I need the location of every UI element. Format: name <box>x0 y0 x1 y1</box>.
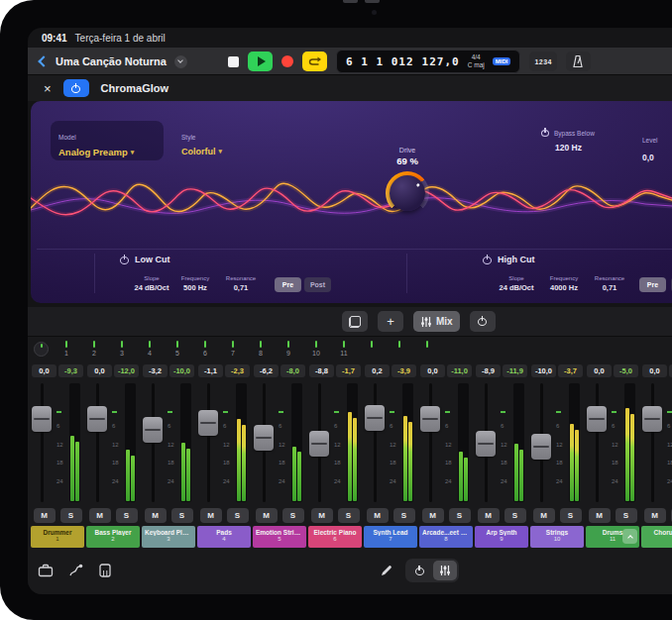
mute-button[interactable]: M <box>422 508 444 523</box>
volume-display[interactable]: 0,0 <box>32 364 56 377</box>
peak-display[interactable]: -3,7 <box>558 364 583 377</box>
fader-track[interactable] <box>651 383 654 502</box>
peak-display[interactable]: -11,9 <box>503 364 527 377</box>
keyboard-button[interactable] <box>95 561 115 580</box>
peak-display[interactable]: -11,0 <box>447 364 472 377</box>
mute-button[interactable]: M <box>589 508 611 523</box>
bypass-below-control[interactable]: Bypass Below 120 Hz <box>541 129 595 153</box>
high-cut-pre-button[interactable]: Pre <box>639 277 666 292</box>
low-cut-power[interactable] <box>120 256 129 264</box>
fader-cap[interactable] <box>309 431 329 457</box>
solo-button[interactable]: S <box>171 508 193 523</box>
mute-button[interactable]: M <box>200 508 222 523</box>
track-label[interactable]: Keyboard Player3 <box>142 526 195 548</box>
fader-cap[interactable] <box>642 406 662 432</box>
track-label[interactable]: Pads4 <box>197 526 251 548</box>
mute-button[interactable]: M <box>644 508 666 523</box>
lcd-display[interactable]: 6 1 1 012 127,0 4/4 C maj MIDI <box>336 50 520 73</box>
fader-cap[interactable] <box>476 431 496 457</box>
volume-display[interactable]: 0,0 <box>420 364 445 377</box>
edit-button[interactable] <box>377 561 396 580</box>
volume-display[interactable]: 0,2 <box>365 364 390 377</box>
fader-cap[interactable] <box>420 406 440 432</box>
drive-knob[interactable] <box>386 171 429 215</box>
volume-display[interactable]: 0,0 <box>87 364 112 377</box>
volume-display[interactable]: -6,2 <box>254 364 279 377</box>
fader-track[interactable] <box>96 383 99 502</box>
track-label[interactable]: Bass Player2 <box>86 526 140 548</box>
close-plugin-button[interactable]: × <box>44 82 52 95</box>
mix-button[interactable]: Mix <box>413 311 460 332</box>
volume-display[interactable]: 0,0 <box>587 364 612 377</box>
low-cut-pre-button[interactable]: Pre <box>275 277 301 292</box>
peak-display[interactable]: -3,9 <box>392 364 416 377</box>
record-button[interactable] <box>281 55 293 67</box>
power-icon[interactable] <box>541 129 549 137</box>
volume-display[interactable]: -8,9 <box>476 364 501 377</box>
mute-button[interactable]: M <box>145 508 167 523</box>
pan-knob[interactable] <box>34 342 49 357</box>
high-cut-slope[interactable]: Slope24 dB/Oct <box>491 275 542 292</box>
fader-cap[interactable] <box>87 406 107 432</box>
track-label[interactable]: Arcade...eet Pad8 <box>419 526 473 548</box>
peak-display[interactable]: -8,0 <box>280 364 305 377</box>
cycle-button[interactable] <box>302 52 327 71</box>
fader-track[interactable] <box>429 383 432 502</box>
low-cut-post-button[interactable]: Post <box>304 277 331 292</box>
metronome-button[interactable] <box>566 52 591 71</box>
fader-cap[interactable] <box>32 406 52 432</box>
fader-cap[interactable] <box>143 417 163 443</box>
solo-button[interactable]: S <box>560 508 582 523</box>
low-cut-frequency[interactable]: Frequency500 Hz <box>171 275 219 292</box>
fader-cap[interactable] <box>198 410 218 436</box>
fader-cap[interactable] <box>365 405 385 431</box>
track-label[interactable]: Strings10 <box>530 526 584 548</box>
solo-button[interactable]: S <box>60 508 82 523</box>
solo-button[interactable]: S <box>338 508 360 523</box>
volume-display[interactable]: -8,8 <box>309 364 334 377</box>
solo-button[interactable]: S <box>616 508 637 523</box>
mute-button[interactable]: M <box>256 508 278 523</box>
mute-button[interactable]: M <box>34 508 56 523</box>
style-selector[interactable]: Style Colorful▾ <box>173 121 245 160</box>
solo-button[interactable]: S <box>393 508 415 523</box>
peak-display[interactable]: -1,7 <box>336 364 361 377</box>
fader-cap[interactable] <box>254 425 274 451</box>
fader-track[interactable] <box>41 383 44 502</box>
peak-display[interactable]: -9,3 <box>58 364 83 377</box>
browser-button[interactable] <box>36 561 56 580</box>
model-selector[interactable]: Model Analog Preamp▾ <box>51 121 164 160</box>
low-cut-resonance[interactable]: Resonance0,71 <box>219 275 263 292</box>
fader-track[interactable] <box>374 383 377 502</box>
high-cut-power[interactable] <box>483 256 492 264</box>
play-button[interactable] <box>248 52 273 71</box>
mute-button[interactable]: M <box>89 508 111 523</box>
volume-display[interactable]: -1,1 <box>198 364 223 377</box>
solo-button[interactable]: S <box>282 508 304 523</box>
stop-button[interactable] <box>228 56 239 67</box>
track-label[interactable]: Chorus V <box>641 526 672 548</box>
mixer-power-button[interactable] <box>470 311 496 332</box>
peak-display[interactable]: -2,3 <box>225 364 250 377</box>
fader-track[interactable] <box>152 383 155 502</box>
mute-button[interactable]: M <box>478 508 500 523</box>
fader-cap[interactable] <box>531 434 551 460</box>
peak-display[interactable]: -10,0 <box>169 364 194 377</box>
track-label[interactable]: Drums11 <box>586 526 639 548</box>
count-in-button[interactable]: 1234 <box>529 52 557 71</box>
peak-display[interactable]: -5,0 <box>614 364 638 377</box>
high-cut-resonance[interactable]: Resonance0,71 <box>588 275 631 292</box>
track-label[interactable]: Drummer1 <box>31 526 84 548</box>
solo-button[interactable]: S <box>449 508 471 523</box>
power-button[interactable] <box>407 561 431 580</box>
track-label[interactable]: Electric Piano6 <box>308 526 362 548</box>
song-menu-button[interactable] <box>174 55 187 68</box>
mix-toggle-button[interactable] <box>433 561 457 580</box>
mute-button[interactable]: M <box>311 508 333 523</box>
level-control[interactable]: Level 0,0 <box>642 129 672 162</box>
volume-display[interactable]: -3,2 <box>143 364 168 377</box>
solo-button[interactable]: S <box>504 508 526 523</box>
add-track-button[interactable]: + <box>378 311 403 332</box>
fader-track[interactable] <box>207 383 210 502</box>
song-title[interactable]: Uma Canção Noturna <box>56 55 167 67</box>
